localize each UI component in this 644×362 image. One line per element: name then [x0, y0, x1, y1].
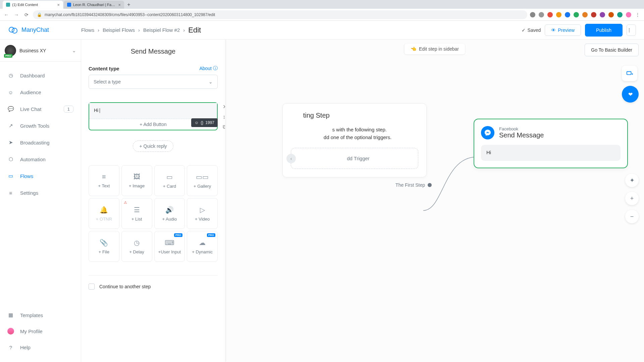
brand-name: ManyChat [21, 26, 49, 34]
tab-close-icon[interactable]: × [57, 2, 60, 7]
duplicate-icon[interactable]: ⧉ [223, 124, 225, 130]
new-tab-button[interactable]: + [125, 1, 133, 9]
quick-reply-button[interactable]: + Quick reply [133, 140, 173, 152]
lock-icon: 🔒 [37, 12, 42, 17]
breadcrumb-item[interactable]: Beispiel Flows [103, 27, 135, 33]
tab-favicon [67, 3, 71, 7]
add-dynamic-block[interactable]: PRO☁+ Dynamic [187, 231, 218, 262]
forward-button[interactable]: → [13, 11, 20, 18]
move-icon[interactable]: ↕ [223, 114, 225, 120]
extension-icon[interactable] [617, 12, 623, 17]
add-text-block[interactable]: ≡+ Text [89, 165, 119, 196]
breadcrumb-item[interactable]: Flows [81, 27, 94, 33]
nav-item-dashboard[interactable]: ◷Dashboard [0, 67, 81, 84]
nav-item-growth[interactable]: ↗Growth Tools [0, 117, 81, 134]
nav-item-settings[interactable]: ≡Settings [0, 184, 81, 201]
add-file-block[interactable]: 📎+ File [89, 231, 119, 262]
message-text-input[interactable]: Hi [89, 103, 217, 119]
node-title: Starting Step [291, 112, 418, 119]
add-video-block[interactable]: ▷+ Video [187, 198, 218, 229]
panel-title: Send Message [89, 48, 218, 55]
extension-icon[interactable] [608, 12, 614, 17]
add-userinput-block[interactable]: PRO⌨+User Input [154, 231, 185, 262]
list-icon: ☰ [134, 206, 140, 214]
nav-item-flows[interactable]: ▭Flows [0, 168, 81, 184]
first-step-port[interactable]: The First Step [395, 182, 432, 188]
extension-icon[interactable] [574, 12, 579, 17]
file-icon: 📎 [100, 239, 108, 247]
browser-menu-icon[interactable]: ⋮ [634, 11, 641, 18]
user-icon: ☺ [7, 89, 14, 95]
add-list-block[interactable]: ⚠☰+ List [121, 198, 152, 229]
templates-icon: ▦ [7, 312, 14, 318]
growth-icon: ↗ [7, 123, 14, 129]
tab-close-icon[interactable]: × [118, 2, 121, 7]
publish-button[interactable]: Publish [585, 24, 623, 37]
extension-icon[interactable] [600, 12, 605, 17]
extension-icon[interactable] [547, 12, 553, 17]
gauge-icon: ◷ [7, 72, 14, 78]
about-link[interactable]: About ⓘ [199, 65, 218, 71]
close-icon[interactable]: ✕ [223, 104, 225, 110]
nav-item-help[interactable]: ?Help [0, 339, 81, 355]
extension-icon[interactable] [565, 12, 570, 17]
add-image-block[interactable]: 🖼+ Image [121, 165, 152, 196]
add-gallery-block[interactable]: ▭▭+ Gallery [187, 165, 218, 196]
node-description: A flow always starts with the following … [291, 126, 418, 141]
tab-bar: (1) Edit Content × Leon R. Chaudhari | F… [0, 0, 644, 9]
extension-icon[interactable] [556, 12, 561, 17]
help-icon: ? [7, 345, 14, 350]
node-title: Send Message [499, 131, 544, 139]
card-icon: ▭ [166, 173, 173, 181]
nav-list: ◷Dashboard ☺Audience 💬Live Chat1 ↗Growth… [0, 62, 81, 307]
nav-item-broadcasting[interactable]: ➤Broadcasting [0, 134, 81, 151]
extension-icon[interactable] [582, 12, 588, 17]
breadcrumb-item[interactable]: Beispiel Flow #2 [143, 27, 180, 33]
extension-icon[interactable] [591, 12, 596, 17]
browser-tab-inactive[interactable]: Leon R. Chaudhari | Facebook × [64, 1, 124, 9]
divider [89, 275, 218, 276]
avatar-icon[interactable] [626, 12, 631, 17]
output-port-icon[interactable] [428, 183, 432, 187]
flow-canvas[interactable]: 👈 Edit step in sidebar Go To Basic Build… [225, 40, 644, 362]
braces-icon[interactable]: {} [201, 120, 203, 125]
add-card-block[interactable]: ▭+ Card [154, 165, 185, 196]
send-message-node[interactable]: Facebook Send Message Hi [474, 119, 628, 168]
input-icon: ⌨ [165, 239, 174, 247]
editor-panel: Send Message Content type About ⓘ Select… [81, 40, 225, 362]
continue-checkbox[interactable] [89, 284, 95, 290]
chat-icon: 💬 [7, 106, 14, 112]
add-button-row[interactable]: + Add Button ☺ {} 1997 [89, 119, 217, 130]
extension-icon[interactable] [530, 12, 535, 17]
add-delay-block[interactable]: ◷+ Delay [121, 231, 152, 262]
continue-step-row[interactable]: Continue to another step [89, 284, 218, 290]
nav-item-audience[interactable]: ☺Audience [0, 84, 81, 101]
saved-status: ✓ Saved [522, 27, 541, 33]
add-audio-block[interactable]: 🔊+ Audio [154, 198, 185, 229]
extension-icon[interactable] [539, 12, 544, 17]
add-otnr-block[interactable]: 🔔+ OTNR [89, 198, 119, 229]
starting-step-node[interactable]: Starting Step A flow always starts with … [282, 103, 427, 177]
add-trigger-button[interactable]: ‹ + Add Trigger [291, 148, 418, 169]
nav-item-automation[interactable]: ⬡Automation [0, 151, 81, 168]
preview-button[interactable]: 👁 Preview [545, 24, 581, 36]
emoji-icon[interactable]: ☺ [195, 120, 199, 125]
reload-button[interactable]: ⟳ [23, 11, 30, 18]
extension-icons [530, 12, 631, 17]
warning-icon: ⚠ [124, 200, 127, 205]
content-type-select[interactable]: Select a type ⌄ [89, 75, 218, 89]
browser-tab-active[interactable]: (1) Edit Content × [3, 1, 63, 9]
nav-item-profile[interactable]: My Profile [0, 323, 81, 339]
app-header: ManyChat Flows › Beispiel Flows › Beispi… [0, 21, 644, 40]
back-button[interactable]: ← [3, 11, 10, 18]
nav-item-templates[interactable]: ▦Templates [0, 307, 81, 323]
more-menu-button[interactable]: ⋮ [627, 24, 636, 36]
chevron-down-icon: ⌄ [72, 47, 76, 54]
pro-badge: PRO [4, 54, 12, 58]
url-input[interactable]: 🔒 manychat.com/fb181039443240​8309/cms/f… [33, 10, 527, 19]
broadcast-icon: ➤ [7, 139, 14, 145]
workspace-selector[interactable]: PRO Business XY ⌄ [0, 40, 81, 62]
nav-item-livechat[interactable]: 💬Live Chat1 [0, 101, 81, 117]
chevron-right-icon: › [138, 27, 140, 33]
delay-icon: ◷ [134, 239, 140, 247]
